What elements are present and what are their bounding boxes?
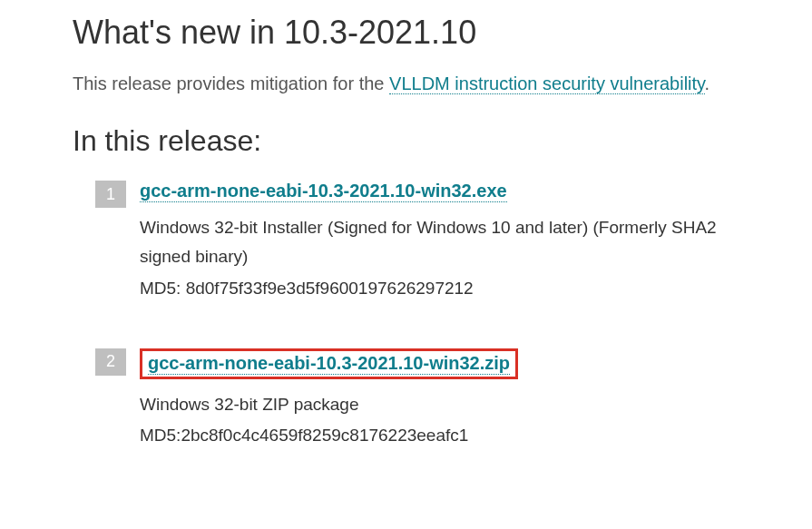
- item-content: gcc-arm-none-eabi-10.3-2021.10-win32.exe…: [140, 181, 748, 303]
- intro-suffix: .: [705, 73, 710, 93]
- item-description: Windows 32-bit ZIP package: [140, 390, 748, 419]
- section-heading: In this release:: [73, 124, 748, 158]
- list-item: 1 gcc-arm-none-eabi-10.3-2021.10-win32.e…: [95, 181, 748, 303]
- item-number-badge: 2: [95, 348, 126, 376]
- download-link[interactable]: gcc-arm-none-eabi-10.3-2021.10-win32.exe: [140, 181, 507, 202]
- list-item: 2 gcc-arm-none-eabi-10.3-2021.10-win32.z…: [95, 348, 748, 451]
- page-title: What's new in 10.3-2021.10: [73, 14, 748, 52]
- item-number-badge: 1: [95, 181, 126, 208]
- item-description: Windows 32-bit Installer (Signed for Win…: [140, 213, 748, 272]
- item-content: gcc-arm-none-eabi-10.3-2021.10-win32.zip…: [140, 348, 748, 451]
- download-link[interactable]: gcc-arm-none-eabi-10.3-2021.10-win32.zip: [148, 353, 510, 375]
- item-md5: MD5:2bc8f0c4c4659f8259c8176223eeafc1: [140, 421, 748, 450]
- highlight-box: gcc-arm-none-eabi-10.3-2021.10-win32.zip: [140, 348, 518, 379]
- intro-text: This release provides mitigation for the…: [73, 70, 748, 97]
- item-md5: MD5: 8d0f75f33f9e3d5f9600197626297212: [140, 274, 748, 303]
- vulnerability-link[interactable]: VLLDM instruction security vulnerability: [389, 73, 705, 94]
- intro-prefix: This release provides mitigation for the: [73, 73, 389, 93]
